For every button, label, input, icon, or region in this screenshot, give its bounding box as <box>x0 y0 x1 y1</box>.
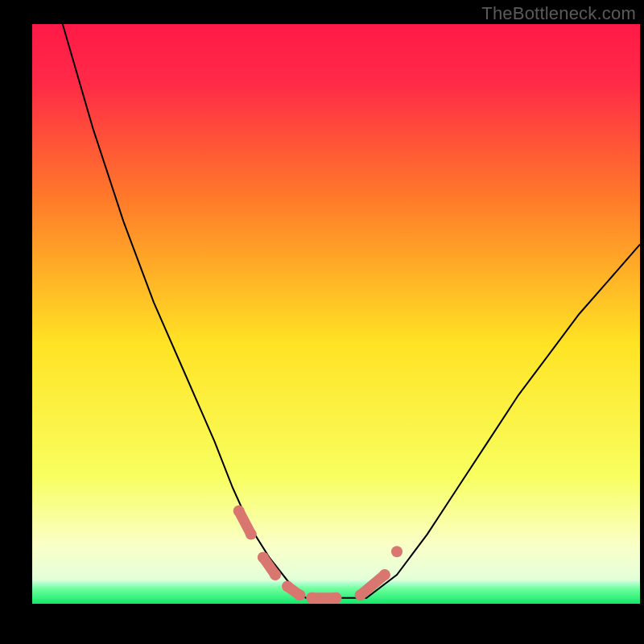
marker-dot <box>258 551 269 563</box>
bottom-border <box>0 604 644 644</box>
marker-dot <box>282 580 293 592</box>
left-border <box>0 0 32 644</box>
bottleneck-chart <box>0 0 644 644</box>
marker-dot <box>246 529 257 540</box>
marker-dot <box>294 589 305 601</box>
marker-dot <box>391 546 402 557</box>
marker-dot <box>355 589 366 601</box>
marker-dot <box>306 592 317 604</box>
plot-background <box>32 24 640 604</box>
watermark-text: TheBottleneck.com <box>481 3 636 24</box>
chart-frame: TheBottleneck.com <box>0 0 644 644</box>
marker-dot <box>379 569 390 580</box>
marker-dot <box>270 569 281 580</box>
marker-dot <box>331 592 342 604</box>
marker-dot <box>233 506 245 517</box>
